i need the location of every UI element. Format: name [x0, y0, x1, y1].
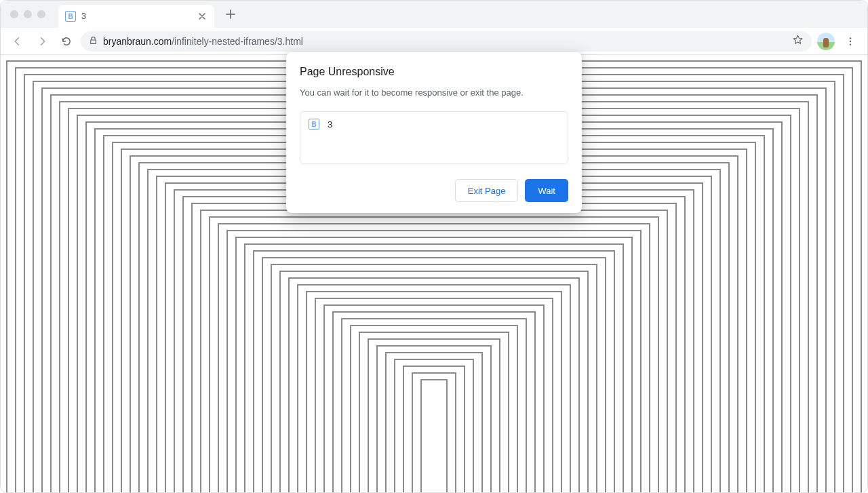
svg-point-0: [850, 37, 851, 39]
back-button[interactable]: [7, 31, 28, 52]
forward-icon: [36, 35, 48, 47]
avatar-icon: [817, 33, 835, 50]
plus-icon: [226, 9, 235, 19]
close-icon: [199, 13, 205, 20]
star-icon: [792, 34, 804, 45]
svg-point-1: [850, 40, 851, 41]
lock-icon: [89, 35, 98, 47]
unresponsive-page-list: B 3: [300, 111, 568, 164]
dialog-actions: Exit Page Wait: [300, 179, 568, 202]
browser-toolbar: bryanbraun.com/infinitely-nested-iframes…: [1, 28, 867, 55]
bookmark-button[interactable]: [792, 34, 804, 48]
new-tab-button[interactable]: [221, 5, 240, 24]
url-bar[interactable]: bryanbraun.com/infinitely-nested-iframes…: [81, 31, 812, 52]
dialog-body: You can wait for it to become responsive…: [300, 87, 568, 98]
close-window-button[interactable]: [10, 10, 18, 18]
browser-tab[interactable]: B 3: [58, 5, 214, 28]
tab-strip: B 3: [1, 1, 867, 28]
exit-page-button[interactable]: Exit Page: [455, 179, 519, 202]
browser-chrome: B 3 bryanbraun.com/infinitely-nested-ifr…: [1, 1, 867, 55]
browser-menu-button[interactable]: [840, 31, 861, 52]
url-text: bryanbraun.com/infinitely-nested-iframes…: [103, 36, 303, 47]
tab-favicon: B: [65, 11, 76, 22]
nested-frame: [420, 379, 448, 492]
window-controls: [10, 10, 45, 18]
wait-button[interactable]: Wait: [525, 179, 568, 202]
page-favicon: B: [309, 119, 319, 130]
minimize-window-button[interactable]: [24, 10, 32, 18]
close-tab-button[interactable]: [197, 11, 208, 22]
maximize-window-button[interactable]: [37, 10, 45, 18]
unresponsive-page-item[interactable]: B 3: [309, 119, 559, 130]
dialog-title: Page Unresponsive: [300, 66, 568, 78]
reload-button[interactable]: [56, 31, 77, 52]
reload-icon: [60, 35, 73, 47]
profile-button[interactable]: [816, 31, 836, 52]
kebab-icon: [845, 36, 856, 47]
page-unresponsive-dialog: Page Unresponsive You can wait for it to…: [286, 52, 582, 213]
svg-point-2: [850, 43, 851, 45]
back-icon: [12, 35, 24, 47]
tab-title: 3: [81, 12, 197, 21]
page-label: 3: [328, 119, 332, 130]
forward-button: [32, 31, 52, 52]
